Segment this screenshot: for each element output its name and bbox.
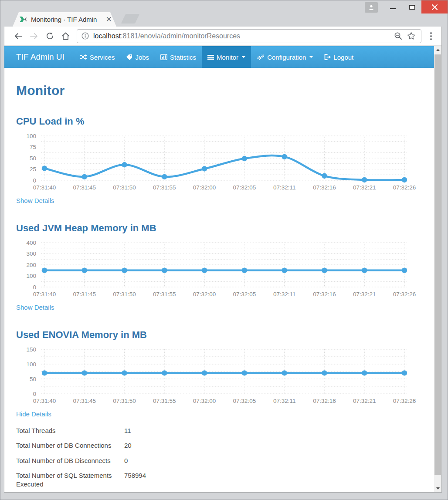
svg-text:07:32:16: 07:32:16 [313, 184, 336, 191]
gears-icon [257, 54, 265, 61]
cpu-load-chart: 025507510007:31:4007:31:4507:31:5007:31:… [16, 132, 425, 194]
forward-button[interactable] [26, 29, 42, 44]
svg-text:75: 75 [30, 144, 36, 150]
address-bar[interactable]: localhost:8181/enovia/admin/monitorResou… [77, 29, 421, 43]
cpu-load-section: CPU Load in % 025507510007:31:4007:31:45… [16, 116, 441, 205]
svg-text:07:32:00: 07:32:00 [193, 291, 216, 297]
scrollbar-thumb[interactable] [434, 54, 441, 475]
nav-item-configuration[interactable]: Configuration [251, 46, 319, 68]
svg-text:07:32:11: 07:32:11 [273, 184, 296, 191]
svg-text:100: 100 [26, 273, 36, 279]
vertical-scrollbar[interactable] [434, 46, 441, 492]
svg-text:200: 200 [26, 262, 36, 268]
nav-label: Configuration [267, 54, 306, 61]
nav-items: Services Jobs Statistics [74, 46, 359, 68]
enovia-memory-chart: 05010015007:31:4007:31:4507:31:5007:31:5… [16, 346, 425, 408]
svg-text:50: 50 [30, 155, 36, 162]
detail-label: Total Threads [16, 426, 122, 435]
svg-text:07:32:11: 07:32:11 [273, 291, 296, 297]
detail-value: 0 [124, 456, 128, 465]
svg-text:07:32:21: 07:32:21 [353, 291, 376, 297]
svg-text:07:32:05: 07:32:05 [233, 184, 256, 191]
svg-text:07:31:50: 07:31:50 [113, 184, 136, 191]
svg-text:07:31:45: 07:31:45 [73, 291, 96, 297]
page-info-icon[interactable] [81, 32, 89, 40]
enovia-hide-details-link[interactable]: Hide Details [16, 410, 51, 418]
scroll-up-icon[interactable] [434, 46, 441, 54]
app-brand[interactable]: TIF Admin UI [4, 46, 74, 68]
home-button[interactable] [58, 29, 73, 44]
svg-text:07:31:40: 07:31:40 [33, 398, 56, 404]
url-host: localhost [93, 32, 121, 40]
bookmark-star-icon[interactable] [404, 30, 417, 43]
svg-text:100: 100 [26, 361, 36, 368]
nav-label: Jobs [135, 54, 149, 61]
browser-menu-button[interactable] [425, 29, 437, 44]
jvm-heap-chart: 010020030040007:31:4007:31:4507:31:5007:… [16, 239, 425, 301]
browser-client-area: localhost:8181/enovia/admin/monitorResou… [4, 27, 442, 493]
svg-text:07:31:55: 07:31:55 [153, 184, 176, 191]
svg-text:07:32:11: 07:32:11 [273, 398, 296, 404]
nav-label: Monitor [217, 54, 238, 61]
zoom-level-button[interactable] [391, 30, 404, 43]
jvm-show-details-link[interactable]: Show Details [16, 304, 54, 311]
browser-titlebar: Monitoring · TIF Admin ✕ [0, 0, 448, 27]
table-row: Total Threads 11 [16, 423, 441, 438]
svg-text:07:32:21: 07:32:21 [353, 184, 376, 191]
url-text: localhost:8181/enovia/admin/monitorResou… [93, 32, 240, 40]
svg-text:07:31:50: 07:31:50 [113, 291, 136, 297]
chevron-down-icon [242, 56, 245, 58]
close-icon [432, 4, 438, 10]
svg-text:07:32:05: 07:32:05 [233, 291, 256, 297]
person-icon [368, 4, 374, 10]
enovia-memory-heading: Used ENOVIA Memory in MB [16, 329, 441, 341]
scroll-down-icon[interactable] [434, 485, 441, 492]
browser-tab[interactable]: Monitoring · TIF Admin ✕ [13, 12, 116, 27]
tab-title: Monitoring · TIF Admin [31, 16, 103, 23]
close-button[interactable] [421, 0, 448, 14]
svg-text:300: 300 [26, 250, 36, 257]
svg-text:150: 150 [26, 346, 36, 353]
svg-text:07:31:40: 07:31:40 [33, 184, 56, 191]
nav-item-logout[interactable]: Logout [319, 46, 359, 68]
table-row: Total Number of Stateful Server Calls 65… [16, 492, 441, 492]
svg-text:07:32:26: 07:32:26 [393, 291, 416, 297]
nav-label: Services [90, 54, 115, 61]
nav-label: Statistics [170, 54, 196, 61]
shuffle-icon [80, 54, 87, 60]
detail-label: Total Number of SQL Statements Executed [16, 471, 122, 489]
svg-text:07:31:55: 07:31:55 [153, 398, 176, 404]
back-button[interactable] [10, 29, 26, 44]
svg-text:07:31:40: 07:31:40 [33, 291, 56, 297]
bar-chart-icon [160, 54, 167, 60]
svg-text:400: 400 [26, 240, 36, 246]
logout-icon [324, 54, 331, 60]
enovia-memory-section: Used ENOVIA Memory in MB 05010015007:31:… [16, 329, 441, 492]
cpu-show-details-link[interactable]: Show Details [16, 197, 54, 204]
reload-button[interactable] [42, 29, 58, 44]
svg-text:07:32:00: 07:32:00 [193, 398, 216, 404]
svg-text:07:32:00: 07:32:00 [193, 184, 216, 191]
svg-text:07:32:26: 07:32:26 [393, 398, 416, 404]
url-path: :8181/enovia/admin/monitorResources [121, 32, 240, 40]
window-controls [365, 0, 448, 14]
list-icon [207, 54, 214, 60]
svg-text:0: 0 [33, 284, 36, 291]
svg-text:0: 0 [33, 177, 36, 184]
page-title: Monitor [16, 83, 441, 98]
maximize-button[interactable] [402, 0, 421, 14]
minimize-button[interactable] [383, 0, 402, 14]
details-table: Total Threads 11 Total Number of DB Conn… [16, 423, 441, 492]
nav-item-services[interactable]: Services [74, 46, 121, 68]
nav-item-jobs[interactable]: Jobs [120, 46, 155, 68]
svg-text:07:31:45: 07:31:45 [73, 184, 96, 191]
svg-text:50: 50 [30, 376, 36, 382]
nav-item-monitor[interactable]: Monitor [202, 46, 251, 68]
nav-item-statistics[interactable]: Statistics [155, 46, 202, 68]
table-row: Total Number of SQL Statements Executed … [16, 468, 441, 492]
new-tab-button[interactable] [121, 14, 140, 24]
svg-text:07:32:05: 07:32:05 [233, 398, 256, 404]
tab-close-icon[interactable]: ✕ [106, 16, 112, 23]
detail-value: 11 [124, 426, 131, 435]
profile-button[interactable] [365, 2, 378, 13]
